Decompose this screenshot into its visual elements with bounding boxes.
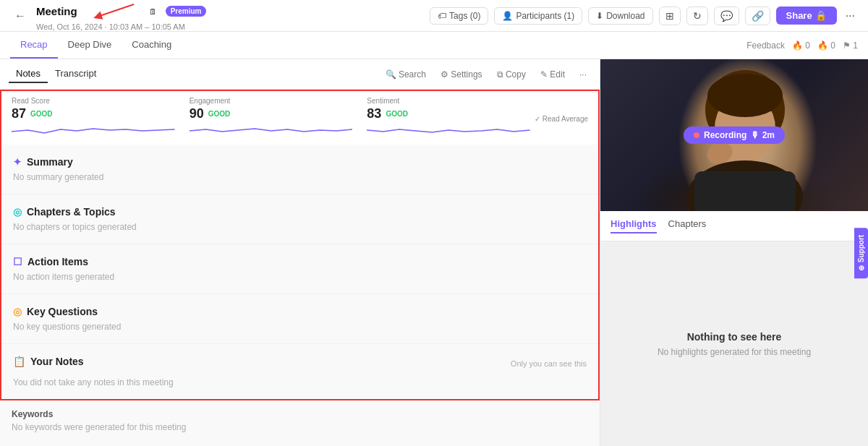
your-notes-icon: 📋 <box>13 356 25 367</box>
edit-button[interactable]: ✎ Edit <box>536 67 569 82</box>
back-button[interactable]: ← <box>10 8 30 24</box>
support-button[interactable]: ⊕ Support <box>854 227 868 278</box>
tab-deep-dive[interactable]: Deep Dive <box>58 32 122 59</box>
key-questions-section: ◎ Key Questions No key questions generat… <box>1 294 598 344</box>
summary-title: ✦ Summary <box>13 156 587 168</box>
refresh-icon-button[interactable]: ↻ <box>686 7 708 25</box>
key-questions-content: No key questions generated <box>13 322 587 332</box>
sentiment-status: GOOD <box>386 110 408 118</box>
video-container: Recording 🎙 2m <box>600 59 868 211</box>
meeting-date: Wed, Oct 16, 2024 · 10:03 AM – 10:05 AM <box>36 22 206 31</box>
nothing-sub: No highlights generated for this meeting <box>658 347 811 357</box>
tag-icon: 🏷 <box>438 11 446 21</box>
read-score-label: Read Score <box>12 97 175 105</box>
tab-chapters-right[interactable]: Chapters <box>668 218 707 233</box>
engagement-chart <box>190 124 353 139</box>
key-questions-icon: ◎ <box>13 306 22 317</box>
tags-button[interactable]: 🏷 Tags (0) <box>430 7 488 25</box>
read-avg-label: ✓ Read Average <box>530 113 588 124</box>
score-bar: Read Score 87 GOOD Engagement 90 <box>1 91 598 145</box>
score-row: Read Score 87 GOOD Engagement 90 <box>12 97 588 139</box>
sentiment-values: 83 GOOD <box>367 106 530 121</box>
recording-time: 🎙 2m <box>751 130 775 140</box>
search-button[interactable]: 🔍 Search <box>381 67 430 82</box>
chapters-section: ◎ Chapters & Topics No chapters or topic… <box>1 194 598 244</box>
tab-recap[interactable]: Recap <box>10 32 58 59</box>
thumbs-down-count: 🔥 0 <box>817 40 835 51</box>
more-notes-button[interactable]: ··· <box>575 67 591 82</box>
participants-icon: 👤 <box>502 11 513 21</box>
chat-icon-button[interactable]: 💬 <box>714 7 739 25</box>
your-notes-content: You did not take any notes in this meeti… <box>13 377 587 387</box>
premium-badge: Premium <box>166 6 207 17</box>
highlights-content: Nothing to see here No highlights genera… <box>600 241 868 446</box>
keywords-label: Keywords <box>12 409 588 419</box>
engagement-status: GOOD <box>208 110 231 118</box>
engagement-values: 90 GOOD <box>190 106 353 121</box>
summary-section: ✦ Summary No summary generated <box>1 145 598 194</box>
read-score-status: GOOD <box>30 110 53 118</box>
participants-button[interactable]: 👤 Participants (1) <box>494 7 582 25</box>
support-area: ⊕ Support <box>854 227 868 278</box>
top-header: ← Meeting 🗓 Premium Wed, Oct 16, 2024 · … <box>0 0 868 32</box>
google-icon: 🗓 <box>147 5 160 18</box>
thumbs-up-count: 🔥 0 <box>792 40 810 51</box>
link-icon-button[interactable]: 🔗 <box>745 7 770 25</box>
sentiment-chart <box>367 124 530 139</box>
toolbar-actions: 🔍 Search ⚙ Settings ⧉ Copy ✎ Edit ··· <box>381 67 591 82</box>
support-label: Support <box>857 234 865 262</box>
main-layout: Notes Transcript 🔍 Search ⚙ Settings ⧉ C… <box>0 59 868 446</box>
read-score-chart <box>12 124 175 139</box>
add-icon-button[interactable]: ⊞ <box>659 7 681 25</box>
tab-highlights[interactable]: Highlights <box>610 218 657 233</box>
alert-count: ⚑ 1 <box>843 40 858 51</box>
svg-point-3 <box>707 74 783 117</box>
read-score-number: 87 <box>12 106 26 121</box>
notes-tabs: Notes Transcript <box>9 65 103 83</box>
keywords-value: No keywords were generated for this meet… <box>12 422 588 432</box>
your-notes-section: 📋 Your Notes Only you can see this You d… <box>1 344 598 399</box>
content-box: Read Score 87 GOOD Engagement 90 <box>0 90 600 400</box>
header-right: 🏷 Tags (0) 👤 Participants (1) ⬇ Download… <box>430 7 858 25</box>
engagement-item: Engagement 90 GOOD <box>190 97 353 139</box>
lock-icon: 🔒 <box>815 10 827 21</box>
share-button[interactable]: Share 🔒 <box>776 7 837 25</box>
feedback-area: Feedback 🔥 0 🔥 0 ⚑ 1 <box>746 40 858 51</box>
main-tabs: Recap Deep Dive Coaching <box>10 32 182 59</box>
chapters-content: No chapters or topics generated <box>13 222 587 232</box>
chapters-icon: ◎ <box>13 206 22 218</box>
sub-header: Recap Deep Dive Coaching Feedback 🔥 0 🔥 … <box>0 32 868 59</box>
only-you-label: Only you can see this <box>511 359 587 368</box>
download-button[interactable]: ⬇ Download <box>588 7 652 25</box>
tab-notes[interactable]: Notes <box>9 65 48 83</box>
action-items-section: ☐ Action Items No action items generated <box>1 244 598 294</box>
svg-rect-5 <box>694 171 796 211</box>
support-icon: ⊕ <box>857 265 865 271</box>
settings-button[interactable]: ⚙ Settings <box>436 67 487 82</box>
recording-dot <box>694 132 699 138</box>
summary-content: No summary generated <box>13 172 587 182</box>
download-icon: ⬇ <box>596 11 603 21</box>
right-panel: Recording 🎙 2m Highlights Chapters Nothi… <box>600 59 868 446</box>
svg-line-0 <box>98 4 134 17</box>
sentiment-item: Sentiment 83 GOOD <box>367 97 530 139</box>
nothing-title: Nothing to see here <box>687 331 782 343</box>
engagement-label: Engagement <box>190 97 353 105</box>
arrow-annotation <box>83 1 141 22</box>
recording-badge: Recording 🎙 2m <box>684 126 785 144</box>
engagement-number: 90 <box>190 106 204 121</box>
tab-transcript[interactable]: Transcript <box>48 65 103 83</box>
highlights-header: Highlights Chapters <box>600 211 868 241</box>
your-notes-title: 📋 Your Notes <box>13 356 84 367</box>
sentiment-label: Sentiment <box>367 97 530 105</box>
recording-label: Recording <box>704 130 746 140</box>
keywords-section: Keywords No keywords were generated for … <box>0 400 600 441</box>
summary-icon: ✦ <box>13 156 22 168</box>
feedback-button[interactable]: Feedback <box>746 40 785 51</box>
tab-coaching[interactable]: Coaching <box>122 32 182 59</box>
meeting-title: Meeting <box>36 5 77 17</box>
more-options-button[interactable]: ··· <box>843 7 858 25</box>
read-score-item: Read Score 87 GOOD <box>12 97 175 139</box>
action-items-icon: ☐ <box>13 256 22 267</box>
copy-button[interactable]: ⧉ Copy <box>493 67 530 82</box>
